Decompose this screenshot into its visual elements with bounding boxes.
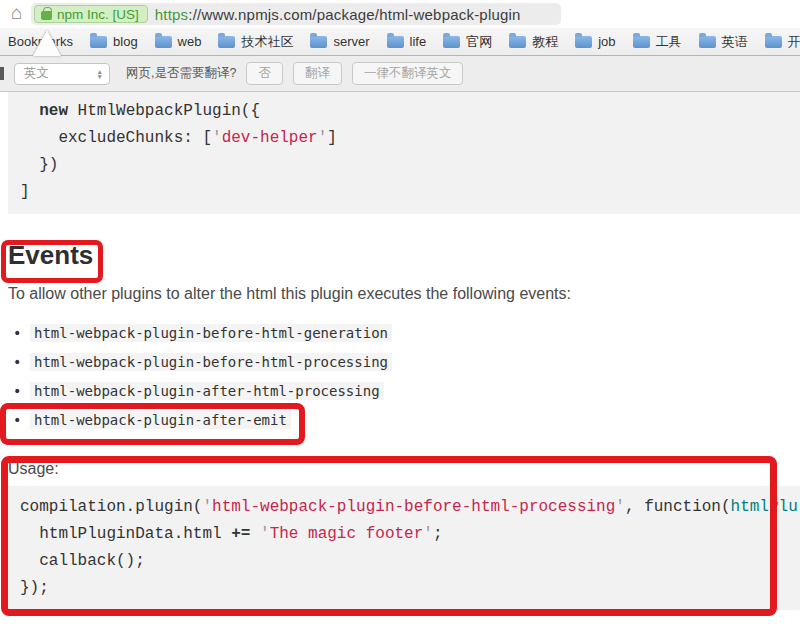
translate-bar: 英文 ▲▼ 网页,是否需要翻译? 否 翻译 一律不翻译英文 (0, 56, 800, 92)
security-badge-label: npm Inc. [US] (57, 7, 139, 22)
folder-icon (310, 36, 327, 48)
bookmark-label: 技术社区 (241, 33, 293, 51)
events-paragraph: To allow other plugins to alter the html… (8, 285, 800, 303)
chevron-updown-icon: ▲▼ (97, 69, 103, 79)
bookmark-folder-server[interactable]: server (310, 34, 369, 49)
bookmark-label: 官网 (466, 33, 492, 51)
list-item: html-webpack-plugin-before-html-processi… (0, 348, 800, 377)
bookmark-folder-web[interactable]: web (155, 34, 202, 49)
folder-icon (387, 36, 404, 48)
url-text: https://www.npmjs.com/package/html-webpa… (155, 6, 521, 23)
bookmark-label: 工具 (656, 33, 682, 51)
bookmark-folder-job[interactable]: job (575, 34, 615, 49)
home-icon[interactable]: ⌂ (11, 2, 22, 24)
folder-icon (699, 36, 716, 48)
translate-no-button[interactable]: 否 (246, 62, 283, 85)
code-line: new HtmlWebpackPlugin({ (20, 98, 788, 125)
list-item: html-webpack-plugin-before-html-generati… (0, 319, 800, 348)
popup-arrow (33, 30, 61, 56)
language-select[interactable]: 英文 ▲▼ (14, 63, 110, 85)
list-item: html-webpack-plugin-after-html-processin… (0, 377, 800, 406)
security-badge[interactable]: npm Inc. [US] (34, 5, 148, 23)
folder-icon (633, 36, 650, 48)
translate-never-button[interactable]: 一律不翻译英文 (352, 62, 464, 85)
folder-icon (155, 36, 172, 48)
bookmark-label: web (178, 34, 202, 49)
code-line: excludeChunks: ['dev-helper'] (20, 125, 788, 152)
bookmark-folder-english[interactable]: 英语 (699, 33, 748, 51)
translate-icon (0, 67, 4, 80)
language-select-value: 英文 (24, 65, 49, 82)
bookmark-folder-tech[interactable]: 技术社区 (218, 33, 293, 51)
bookmark-label: blog (113, 34, 138, 49)
bookmark-label: life (410, 34, 427, 49)
address-bar[interactable]: npm Inc. [US] https://www.npmjs.com/pack… (31, 3, 561, 25)
bookmark-folder-dev[interactable]: 开发 (765, 33, 800, 51)
list-item: html-webpack-plugin-after-emit (0, 406, 800, 435)
events-heading: Events (8, 238, 800, 272)
url-path: ://www.npmjs.com/package/html-webpack-pl… (188, 6, 520, 23)
translate-button[interactable]: 翻译 (293, 62, 342, 85)
bookmark-label: 英语 (722, 33, 748, 51)
code-line: ] (20, 179, 788, 206)
lock-icon (41, 11, 52, 20)
bookmark-folder-tutorial[interactable]: 教程 (509, 33, 558, 51)
folder-icon (218, 36, 235, 48)
page-content: }), new HtmlWebpackPlugin({ excludeChunk… (0, 92, 800, 627)
url-scheme: https (155, 6, 189, 23)
code-block-plugins: }), new HtmlWebpackPlugin({ excludeChunk… (8, 92, 800, 214)
bookmark-folder-official[interactable]: 官网 (443, 33, 492, 51)
code-line: compilation.plugin('html-webpack-plugin-… (20, 494, 788, 521)
code-block-usage: compilation.plugin('html-webpack-plugin-… (8, 486, 800, 610)
events-list: html-webpack-plugin-before-html-generati… (0, 319, 800, 435)
code-line: }); (20, 575, 788, 602)
bookmark-folder-blog[interactable]: blog (90, 34, 138, 49)
bookmark-folder-life[interactable]: life (387, 34, 427, 49)
code-line: callback(); (20, 548, 788, 575)
usage-label: Usage: (8, 460, 800, 478)
folder-icon (575, 36, 592, 48)
folder-icon (90, 36, 107, 48)
translate-prompt: 网页,是否需要翻译? (126, 65, 236, 82)
browser-url-bar: ⌂ npm Inc. [US] https://www.npmjs.com/pa… (0, 0, 800, 28)
folder-icon (443, 36, 460, 48)
bookmarks-bar: Bookmarks blog web 技术社区 server life 官网 教… (0, 28, 800, 56)
bookmark-label: job (598, 34, 615, 49)
bookmark-folder-tools[interactable]: 工具 (633, 33, 682, 51)
folder-icon (765, 36, 782, 48)
folder-icon (509, 36, 526, 48)
bookmark-label: 教程 (532, 33, 558, 51)
code-line: htmlPluginData.html += 'The magic footer… (20, 521, 788, 548)
code-line: }) (20, 152, 788, 179)
bookmark-label: 开发 (788, 33, 800, 51)
bookmark-label: server (333, 34, 369, 49)
